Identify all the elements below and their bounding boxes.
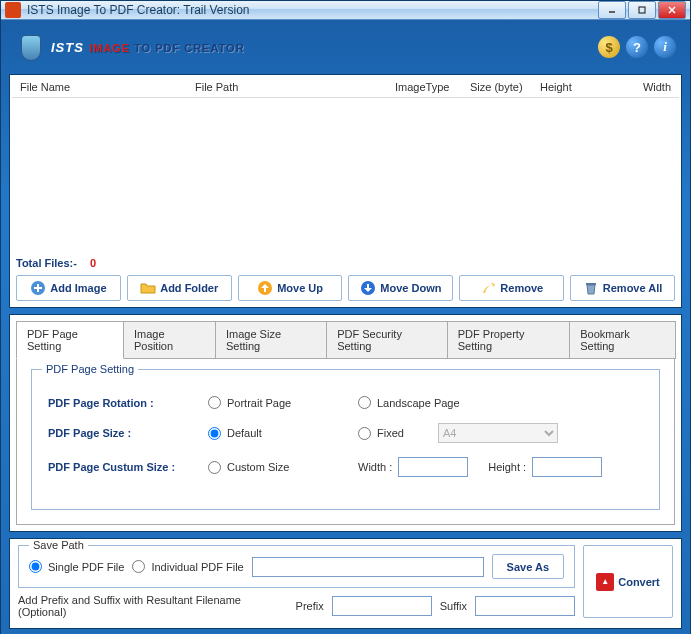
single-pdf-wrap[interactable]: Single PDF File bbox=[29, 560, 124, 573]
fixed-label: Fixed bbox=[377, 427, 404, 439]
save-path-input[interactable] bbox=[252, 557, 484, 577]
remove-button[interactable]: Remove bbox=[459, 275, 564, 301]
portrait-radio[interactable] bbox=[208, 396, 221, 409]
svg-rect-7 bbox=[586, 283, 596, 285]
add-folder-button[interactable]: Add Folder bbox=[127, 275, 232, 301]
arrow-down-icon bbox=[360, 280, 376, 296]
col-image-type[interactable]: ImageType bbox=[395, 81, 470, 93]
save-path-row: Single PDF File Individual PDF File Save… bbox=[29, 554, 564, 579]
add-image-icon bbox=[30, 280, 46, 296]
total-files-label: Total Files:- bbox=[16, 257, 77, 269]
file-list-header: File Name File Path ImageType Size (byte… bbox=[12, 77, 679, 98]
landscape-radio-wrap[interactable]: Landscape Page bbox=[358, 396, 508, 409]
file-panel: File Name File Path ImageType Size (byte… bbox=[9, 74, 682, 308]
folder-icon bbox=[140, 280, 156, 296]
col-file-path[interactable]: File Path bbox=[195, 81, 395, 93]
rotation-label: PDF Page Rotation : bbox=[48, 397, 208, 409]
logo-text: ISTS IMAGE TO PDF CREATOR bbox=[51, 38, 245, 56]
title-bar: ISTS Image To PDF Creator: Trail Version bbox=[1, 1, 690, 20]
toolbar: Add Image Add Folder Move Up Move Down R… bbox=[12, 271, 679, 305]
arrow-up-icon bbox=[257, 280, 273, 296]
custom-radio[interactable] bbox=[208, 461, 221, 474]
total-files-row: Total Files:- 0 bbox=[12, 253, 679, 271]
move-up-button[interactable]: Move Up bbox=[238, 275, 343, 301]
tab-content: PDF Page Setting PDF Page Rotation : Por… bbox=[16, 358, 675, 525]
tab-image-position[interactable]: Image Position bbox=[123, 321, 216, 359]
app-body: ISTS IMAGE TO PDF CREATOR $ ? i File Nam… bbox=[1, 20, 690, 634]
file-list-body[interactable] bbox=[12, 98, 679, 253]
tab-property[interactable]: PDF Property Setting bbox=[447, 321, 570, 359]
convert-button[interactable]: ▲ Convert bbox=[583, 545, 673, 618]
custom-radio-wrap[interactable]: Custom Size bbox=[208, 461, 358, 474]
header-row: ISTS IMAGE TO PDF CREATOR $ ? i bbox=[9, 26, 682, 68]
portrait-radio-wrap[interactable]: Portrait Page bbox=[208, 396, 358, 409]
remove-all-label: Remove All bbox=[603, 282, 663, 294]
maximize-button[interactable] bbox=[628, 1, 656, 19]
individual-pdf-label: Individual PDF File bbox=[151, 561, 243, 573]
add-image-label: Add Image bbox=[50, 282, 106, 294]
save-as-button[interactable]: Save As bbox=[492, 554, 564, 579]
col-height[interactable]: Height bbox=[540, 81, 620, 93]
default-radio[interactable] bbox=[208, 427, 221, 440]
single-pdf-radio[interactable] bbox=[29, 560, 42, 573]
logo-ists: ISTS bbox=[51, 40, 84, 55]
col-file-name[interactable]: File Name bbox=[20, 81, 195, 93]
tab-image-size[interactable]: Image Size Setting bbox=[215, 321, 327, 359]
buy-icon[interactable]: $ bbox=[598, 36, 620, 58]
prefix-input[interactable] bbox=[332, 596, 432, 616]
save-left: Save Path Single PDF File Individual PDF… bbox=[18, 545, 575, 618]
minimize-button[interactable] bbox=[598, 1, 626, 19]
default-label: Default bbox=[227, 427, 262, 439]
add-image-button[interactable]: Add Image bbox=[16, 275, 121, 301]
logo-rest: TO PDF CREATOR bbox=[130, 42, 245, 54]
svg-rect-1 bbox=[639, 7, 645, 13]
move-down-label: Move Down bbox=[380, 282, 441, 294]
suffix-input[interactable] bbox=[475, 596, 575, 616]
individual-pdf-wrap[interactable]: Individual PDF File bbox=[132, 560, 243, 573]
width-label: Width : bbox=[358, 461, 392, 473]
suffix-label: Suffix bbox=[440, 600, 467, 612]
single-pdf-label: Single PDF File bbox=[48, 561, 124, 573]
prefix-suffix-text: Add Prefix and Suffix with Resultant Fil… bbox=[18, 594, 288, 618]
height-input[interactable] bbox=[532, 457, 602, 477]
window-controls bbox=[598, 1, 686, 19]
tab-security[interactable]: PDF Security Setting bbox=[326, 321, 448, 359]
remove-label: Remove bbox=[500, 282, 543, 294]
tab-bookmark[interactable]: Bookmark Setting bbox=[569, 321, 676, 359]
size-label: PDF Page Size : bbox=[48, 427, 208, 439]
custom-label: PDF Page Custum Size : bbox=[48, 461, 208, 473]
default-radio-wrap[interactable]: Default bbox=[208, 427, 358, 440]
col-width[interactable]: Width bbox=[620, 81, 671, 93]
app-window: ISTS Image To PDF Creator: Trail Version… bbox=[0, 0, 691, 634]
fixed-radio[interactable] bbox=[358, 427, 371, 440]
app-icon bbox=[5, 2, 21, 18]
save-path-legend: Save Path bbox=[29, 539, 88, 551]
save-panel: Save Path Single PDF File Individual PDF… bbox=[9, 538, 682, 629]
individual-pdf-radio[interactable] bbox=[132, 560, 145, 573]
height-label: Height : bbox=[488, 461, 526, 473]
total-files-count: 0 bbox=[90, 257, 96, 269]
prefix-label: Prefix bbox=[296, 600, 324, 612]
width-input[interactable] bbox=[398, 457, 468, 477]
remove-all-button[interactable]: Remove All bbox=[570, 275, 675, 301]
tab-page-setting[interactable]: PDF Page Setting bbox=[16, 321, 124, 359]
prefix-suffix-row: Add Prefix and Suffix with Resultant Fil… bbox=[18, 594, 575, 618]
fixed-size-select[interactable]: A4 bbox=[438, 423, 558, 443]
tabs-panel: PDF Page Setting Image Position Image Si… bbox=[9, 314, 682, 532]
portrait-label: Portrait Page bbox=[227, 397, 291, 409]
logo-image: IMAGE bbox=[89, 42, 130, 54]
size-row: PDF Page Size : Default Fixed A4 bbox=[48, 423, 643, 443]
add-folder-label: Add Folder bbox=[160, 282, 218, 294]
logo: ISTS IMAGE TO PDF CREATOR bbox=[15, 31, 245, 63]
fixed-radio-wrap[interactable]: Fixed bbox=[358, 427, 438, 440]
move-up-label: Move Up bbox=[277, 282, 323, 294]
move-down-button[interactable]: Move Down bbox=[348, 275, 453, 301]
landscape-radio[interactable] bbox=[358, 396, 371, 409]
help-icon[interactable]: ? bbox=[626, 36, 648, 58]
info-icon[interactable]: i bbox=[654, 36, 676, 58]
col-size[interactable]: Size (byte) bbox=[470, 81, 540, 93]
page-setting-fieldset: PDF Page Setting PDF Page Rotation : Por… bbox=[31, 369, 660, 510]
remove-icon bbox=[480, 280, 496, 296]
close-button[interactable] bbox=[658, 1, 686, 19]
rotation-row: PDF Page Rotation : Portrait Page Landsc… bbox=[48, 396, 643, 409]
